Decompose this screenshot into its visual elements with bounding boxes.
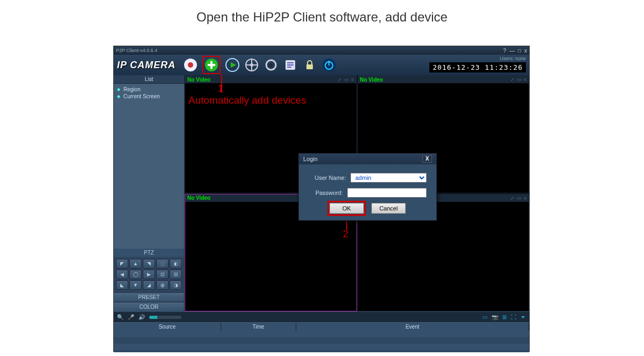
pane-controls: ⤢ ▭ ≡ xyxy=(510,195,526,201)
log-icon[interactable] xyxy=(283,57,298,72)
ptz-left[interactable]: ◀ xyxy=(116,270,128,279)
no-video-label: No Video xyxy=(187,195,210,201)
dialog-titlebar: Login X xyxy=(299,154,436,164)
ptz-focus-far[interactable]: ◑ xyxy=(170,280,182,290)
help-button[interactable]: ? xyxy=(503,48,506,54)
pane-expand-icon[interactable]: ⤢ xyxy=(338,77,342,82)
ptz-iris-open[interactable]: ◌ xyxy=(156,259,169,268)
svg-rect-4 xyxy=(208,64,215,66)
minimize-button[interactable]: — xyxy=(509,48,515,54)
ptz-home[interactable]: ◯ xyxy=(129,270,142,279)
lock-icon[interactable] xyxy=(302,57,317,72)
pane-expand-icon[interactable]: ⤢ xyxy=(510,195,515,201)
username-label: User Name: xyxy=(309,175,350,181)
bottom-bar: 🔍 🎤 🔊 ▭ 📷 ⊞ ⛶ ⏷ xyxy=(114,311,529,322)
ptz-down-right[interactable]: ◢ xyxy=(143,280,155,290)
no-video-label: No Video xyxy=(360,77,383,83)
fullscreen-icon[interactable]: ⛶ xyxy=(511,314,516,320)
preset-button[interactable]: PRESET xyxy=(114,292,184,302)
camera-icon[interactable]: 📷 xyxy=(492,314,498,320)
ptz-zoom-out[interactable]: ⊟ xyxy=(170,270,182,279)
pane-expand-icon[interactable]: ⤢ xyxy=(510,77,515,82)
svg-point-1 xyxy=(188,62,193,68)
sidebar: List Region Current Screen PTZ ◤ ▲ ◥ ◌ ◐… xyxy=(114,75,185,311)
dialog-title: Login xyxy=(303,156,318,162)
maximize-button[interactable]: □ xyxy=(518,48,521,54)
ok-button[interactable]: OK xyxy=(330,203,364,214)
ptz-zoom-in[interactable]: ⊡ xyxy=(156,270,169,279)
header: IP CAMERA xyxy=(114,55,529,75)
no-video-label: No Video xyxy=(187,77,210,83)
titlebar: P2P Client-v4.0.6.4 ? — □ x xyxy=(114,46,529,55)
collapse-icon[interactable]: ⏷ xyxy=(521,314,526,320)
grid-layout-icon[interactable]: ⊞ xyxy=(502,314,507,320)
color-button[interactable]: COLOR xyxy=(114,302,184,311)
wheel-icon[interactable] xyxy=(244,57,259,72)
svg-rect-14 xyxy=(287,62,294,63)
camera-icon[interactable] xyxy=(183,57,198,72)
volume-slider[interactable] xyxy=(149,316,181,319)
column-time: Time xyxy=(221,323,296,331)
power-icon[interactable] xyxy=(321,57,336,72)
ptz-up-left[interactable]: ◤ xyxy=(116,259,128,268)
mic-icon[interactable]: 🎤 xyxy=(128,314,134,320)
pane-menu-icon[interactable]: ≡ xyxy=(351,77,354,82)
pane-controls: ⤢ ▭ ≡ xyxy=(338,77,354,82)
window-title: P2P Client-v4.0.6.4 xyxy=(116,48,157,53)
login-dialog: Login X User Name: admin Password: OK Ca… xyxy=(298,153,437,221)
event-rows xyxy=(114,331,529,352)
pane-controls: ⤢ ▭ ≡ xyxy=(510,77,526,82)
speaker-icon[interactable]: 🔊 xyxy=(138,314,145,320)
snapshot-icon[interactable]: ▭ xyxy=(482,314,487,320)
column-source: Source xyxy=(114,323,221,331)
svg-rect-16 xyxy=(287,67,291,68)
page-caption: Open the HiP2P Client software, add devi… xyxy=(0,0,644,30)
event-table: Source Time Event xyxy=(114,322,529,352)
password-label: Password: xyxy=(309,190,347,196)
play-icon[interactable] xyxy=(225,57,240,72)
toolbar xyxy=(183,56,336,74)
search-icon[interactable]: 🔍 xyxy=(117,314,123,320)
close-button[interactable]: x xyxy=(524,48,527,54)
column-event: Event xyxy=(296,323,529,331)
pane-rec-icon[interactable]: ▭ xyxy=(517,195,522,201)
tree-item[interactable]: Region xyxy=(117,86,181,93)
ptz-label: PTZ xyxy=(114,249,184,257)
svg-rect-17 xyxy=(306,64,313,69)
ptz-iris-close[interactable]: ◍ xyxy=(156,280,169,290)
ptz-focus-near[interactable]: ◐ xyxy=(170,259,182,268)
pane-rec-icon[interactable]: ▭ xyxy=(344,77,349,82)
dialog-close-button[interactable]: X xyxy=(422,155,432,163)
gear-icon[interactable] xyxy=(264,57,279,72)
password-input[interactable] xyxy=(347,188,427,198)
ptz-controls: ◤ ▲ ◥ ◌ ◐ ◀ ◯ ▶ ⊡ ⊟ ◣ ▼ ◢ ◍ ◑ xyxy=(114,257,184,292)
tree-item[interactable]: Current Screen xyxy=(117,93,181,100)
user-info: Users: none 2016-12-23 11:23:26 xyxy=(429,56,526,72)
ptz-up[interactable]: ▲ xyxy=(129,259,142,268)
datetime-display: 2016-12-23 11:23:26 xyxy=(429,62,526,72)
svg-rect-15 xyxy=(287,64,294,66)
ptz-down-left[interactable]: ◣ xyxy=(116,280,128,290)
ptz-up-right[interactable]: ◥ xyxy=(143,259,155,268)
device-tree: Region Current Screen xyxy=(114,84,184,102)
add-device-button[interactable] xyxy=(204,57,219,72)
add-device-highlight xyxy=(202,56,221,74)
pane-menu-icon[interactable]: ≡ xyxy=(524,195,526,201)
username-select[interactable]: admin xyxy=(350,173,427,183)
app-logo: IP CAMERA xyxy=(117,60,175,71)
cancel-button[interactable]: Cancel xyxy=(371,203,406,214)
ptz-right[interactable]: ▶ xyxy=(143,270,155,279)
pane-rec-icon[interactable]: ▭ xyxy=(517,77,522,82)
svg-point-12 xyxy=(269,63,273,67)
svg-marker-6 xyxy=(231,62,236,68)
list-tab[interactable]: List xyxy=(114,75,184,84)
pane-menu-icon[interactable]: ≡ xyxy=(524,77,526,82)
ptz-down[interactable]: ▼ xyxy=(129,280,142,290)
users-label: Users: none xyxy=(429,56,526,61)
